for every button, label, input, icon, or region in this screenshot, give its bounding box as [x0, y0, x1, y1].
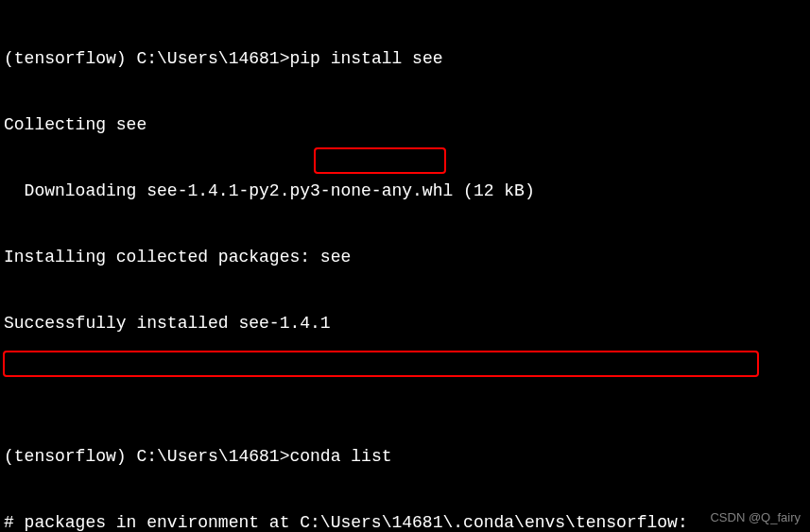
output-line: Collecting see	[4, 114, 806, 136]
path-prefix: C:\Users\14681>	[136, 49, 289, 68]
output-line: Installing collected packages: see	[4, 247, 806, 268]
path-prefix: C:\Users\14681>	[136, 447, 289, 466]
prompt-line-2[interactable]: (tensorflow) C:\Users\14681>conda list	[4, 446, 806, 468]
terminal-output: (tensorflow) C:\Users\14681>pip install …	[4, 4, 806, 532]
blank-line	[4, 380, 806, 402]
command-text: conda list	[289, 447, 391, 466]
output-line: # packages in environment at C:\Users\14…	[4, 512, 806, 532]
watermark: CSDN @Q_fairy	[710, 510, 801, 526]
prompt-line-1[interactable]: (tensorflow) C:\Users\14681>pip install …	[4, 48, 806, 70]
env-prefix: (tensorflow)	[4, 49, 127, 68]
env-prefix: (tensorflow)	[4, 447, 127, 466]
command-text: pip install see	[289, 49, 442, 68]
output-line: Downloading see-1.4.1-py2.py3-none-any.w…	[4, 180, 806, 202]
output-line: Successfully installed see-1.4.1	[4, 313, 806, 335]
